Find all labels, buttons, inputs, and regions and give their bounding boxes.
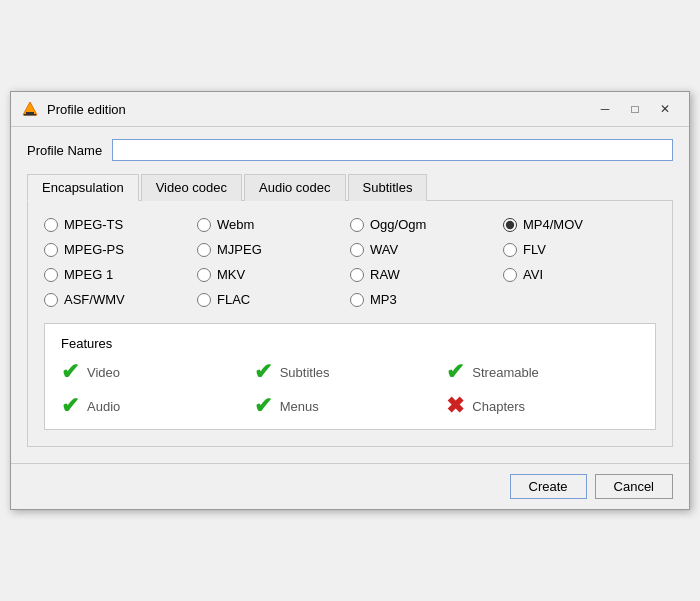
option-wav[interactable]: WAV [350, 242, 503, 257]
features-title: Features [61, 336, 639, 351]
tab-encapsulation[interactable]: Encapsulation [27, 174, 139, 201]
vlc-icon [21, 100, 39, 118]
titlebar-controls: ─ □ ✕ [591, 98, 679, 120]
tab-content-encapsulation: MPEG-TS Webm Ogg/Ogm MP4/MOV MPEG- [27, 201, 673, 447]
features-box: Features ✔ Video ✔ Subtitles ✔ Streamabl… [44, 323, 656, 430]
option-mkv[interactable]: MKV [197, 267, 350, 282]
encapsulation-options: MPEG-TS Webm Ogg/Ogm MP4/MOV MPEG- [44, 217, 656, 307]
window-content: Profile Name Encapsulation Video codec A… [11, 127, 689, 463]
profile-name-input[interactable] [112, 139, 673, 161]
minimize-button[interactable]: ─ [591, 98, 619, 120]
profile-name-label: Profile Name [27, 143, 102, 158]
feature-label-menus: Menus [280, 399, 319, 414]
option-asf-wmv[interactable]: ASF/WMV [44, 292, 197, 307]
feature-audio: ✔ Audio [61, 395, 254, 417]
tab-subtitles[interactable]: Subtitles [348, 174, 428, 201]
feature-label-streamable: Streamable [472, 365, 538, 380]
tab-video-codec[interactable]: Video codec [141, 174, 242, 201]
option-flac[interactable]: FLAC [197, 292, 350, 307]
feature-streamable: ✔ Streamable [446, 361, 639, 383]
feature-label-subtitles: Subtitles [280, 365, 330, 380]
create-button[interactable]: Create [510, 474, 587, 499]
feature-menus: ✔ Menus [254, 395, 447, 417]
cross-icon-chapters: ✖ [446, 395, 464, 417]
tab-audio-codec[interactable]: Audio codec [244, 174, 346, 201]
titlebar-left: Profile edition [21, 100, 126, 118]
option-mpeg1[interactable]: MPEG 1 [44, 267, 197, 282]
tabs: Encapsulation Video codec Audio codec Su… [27, 173, 673, 201]
feature-chapters: ✖ Chapters [446, 395, 639, 417]
feature-video: ✔ Video [61, 361, 254, 383]
check-icon-video: ✔ [61, 361, 79, 383]
option-avi[interactable]: AVI [503, 267, 656, 282]
feature-label-video: Video [87, 365, 120, 380]
titlebar-title: Profile edition [47, 102, 126, 117]
option-mp4-mov[interactable]: MP4/MOV [503, 217, 656, 232]
check-icon-subtitles: ✔ [254, 361, 272, 383]
empty-cell [503, 292, 656, 307]
feature-subtitles: ✔ Subtitles [254, 361, 447, 383]
option-webm[interactable]: Webm [197, 217, 350, 232]
option-ogg-ogm[interactable]: Ogg/Ogm [350, 217, 503, 232]
option-raw[interactable]: RAW [350, 267, 503, 282]
option-mpeg-ps[interactable]: MPEG-PS [44, 242, 197, 257]
titlebar: Profile edition ─ □ ✕ [11, 92, 689, 127]
option-mjpeg[interactable]: MJPEG [197, 242, 350, 257]
profile-name-row: Profile Name [27, 139, 673, 161]
close-button[interactable]: ✕ [651, 98, 679, 120]
features-grid: ✔ Video ✔ Subtitles ✔ Streamable ✔ Audio [61, 361, 639, 417]
check-icon-audio: ✔ [61, 395, 79, 417]
feature-label-chapters: Chapters [472, 399, 525, 414]
profile-edition-window: Profile edition ─ □ ✕ Profile Name Encap… [10, 91, 690, 510]
maximize-button[interactable]: □ [621, 98, 649, 120]
feature-label-audio: Audio [87, 399, 120, 414]
check-icon-menus: ✔ [254, 395, 272, 417]
bottom-bar: Create Cancel [11, 463, 689, 509]
cancel-button[interactable]: Cancel [595, 474, 673, 499]
option-flv[interactable]: FLV [503, 242, 656, 257]
svg-rect-2 [24, 114, 36, 116]
option-mpeg-ts[interactable]: MPEG-TS [44, 217, 197, 232]
option-mp3[interactable]: MP3 [350, 292, 503, 307]
svg-rect-1 [26, 112, 34, 114]
check-icon-streamable: ✔ [446, 361, 464, 383]
